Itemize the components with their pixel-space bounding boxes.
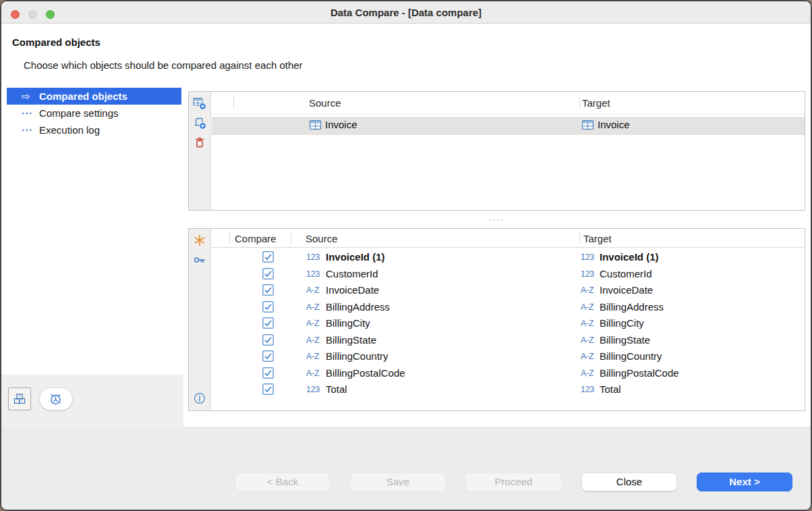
target-column-name: BillingPostalCode: [600, 367, 679, 379]
target-column-name: BillingCountry: [600, 350, 662, 362]
target-type-icon: A-Z: [581, 286, 600, 295]
columns-source-header: Source: [306, 233, 338, 244]
sidebar-item-compare-settings[interactable]: ··· Compare settings: [7, 105, 181, 122]
sidebar-item-execution-log[interactable]: ··· Execution log: [7, 122, 181, 138]
delete-icon[interactable]: [193, 136, 206, 149]
source-column-name: Total: [326, 383, 347, 395]
sidebar-item-compared-objects[interactable]: ⇨ Compared objects: [7, 88, 181, 105]
source-type-icon: A-Z: [306, 335, 325, 345]
target-type-icon: A-Z: [581, 335, 600, 345]
object-row-invoice[interactable]: Invoice Invoice: [212, 117, 805, 135]
column-row: A-Z BillingAddress A-Z BillingAddress: [211, 299, 805, 316]
save-task-button[interactable]: [8, 387, 31, 410]
sidebar-item-label: Execution log: [39, 124, 100, 136]
back-button[interactable]: < Back: [235, 473, 330, 491]
target-type-icon: A-Z: [581, 302, 600, 312]
titlebar[interactable]: Data Compare - [Data compare]: [1, 1, 811, 24]
columns-grid-header: [211, 229, 805, 248]
target-column-name: BillingAddress: [600, 301, 664, 313]
compared-objects-panel: Source Target Invoice Invoice: [188, 91, 805, 211]
source-column-name: InvoiceId (1): [326, 251, 385, 263]
source-type-icon: 123: [306, 269, 325, 279]
target-column-name: CustomerId: [600, 268, 652, 279]
compare-column-header: Compare: [235, 233, 277, 244]
window-title: Data Compare - [Data compare]: [1, 7, 811, 18]
page-subtitle: Choose which objects should be compared …: [24, 59, 303, 71]
source-column-name: BillingAddress: [326, 301, 390, 313]
column-row: 123 CustomerId 123 CustomerId: [211, 266, 805, 283]
column-row: A-Z BillingPostalCode A-Z BillingPostalC…: [211, 365, 805, 382]
scheduler-clock-icon: [49, 392, 63, 406]
schedule-task-button[interactable]: [39, 387, 73, 410]
compare-checkbox[interactable]: [262, 301, 274, 313]
source-type-icon: A-Z: [306, 286, 325, 295]
compare-checkbox[interactable]: [262, 367, 274, 379]
target-column-name: InvoiceDate: [600, 284, 653, 296]
panel-splitter-handle[interactable]: ····: [188, 215, 805, 223]
target-column-name: InvoiceId (1): [600, 251, 659, 263]
compare-checkbox[interactable]: [262, 317, 274, 329]
compare-checkbox[interactable]: [262, 334, 274, 346]
compare-checkbox[interactable]: [262, 350, 274, 362]
target-type-icon: A-Z: [581, 319, 600, 328]
source-column-name: CustomerId: [326, 268, 378, 279]
add-object-icon[interactable]: [193, 116, 206, 130]
target-column-name: BillingState: [600, 334, 650, 346]
target-column-name: BillingCity: [600, 317, 644, 329]
columns-toolbar: [189, 229, 211, 410]
source-column-name: BillingState: [326, 334, 376, 346]
table-icon: [310, 120, 321, 130]
source-type-icon: A-Z: [306, 319, 325, 328]
wizard-steps-sidebar: ⇨ Compared objects ··· Compare settings …: [7, 88, 181, 138]
source-type-icon: 123: [306, 385, 325, 394]
current-step-arrow-icon: ⇨: [22, 90, 39, 103]
source-column-name: InvoiceDate: [326, 284, 379, 296]
task-boxes-icon: [13, 393, 26, 405]
add-table-icon[interactable]: [193, 97, 206, 110]
compare-checkbox[interactable]: [262, 284, 274, 296]
source-column-name: BillingCity: [326, 317, 370, 329]
columns-target-header: Target: [583, 233, 612, 244]
source-object-name: Invoice: [325, 119, 357, 130]
proceed-button[interactable]: Proceed: [465, 473, 562, 491]
column-row: 123 Total 123 Total: [211, 381, 805, 398]
source-type-icon: 123: [306, 252, 325, 262]
page-title: Compared objects: [12, 36, 100, 48]
target-type-icon: A-Z: [581, 352, 600, 361]
target-type-icon: 123: [581, 252, 600, 262]
target-type-icon: 123: [581, 269, 600, 279]
table-icon: [582, 120, 593, 130]
target-object-name: Invoice: [598, 119, 630, 130]
target-type-icon: A-Z: [581, 369, 600, 378]
next-button[interactable]: Next >: [697, 473, 792, 491]
source-column-name: BillingPostalCode: [326, 367, 405, 379]
columns-list: 123 InvoiceId (1) 123 InvoiceId (1) 123 …: [211, 249, 805, 398]
save-button[interactable]: Save: [350, 473, 446, 491]
data-compare-dialog: Data Compare - [Data compare] Compared o…: [0, 0, 812, 511]
step-dots-icon: ···: [22, 108, 39, 119]
objects-source-header: Source: [309, 97, 341, 109]
objects-toolbar: [189, 92, 211, 210]
footer-bar: [1, 427, 811, 510]
source-type-icon: A-Z: [306, 302, 325, 312]
close-button[interactable]: Close: [581, 473, 677, 491]
columns-panel: Compare Source Target 123 InvoiceId (1) …: [188, 228, 805, 411]
objects-target-header: Target: [582, 97, 610, 109]
select-all-icon[interactable]: [193, 234, 206, 247]
target-type-icon: 123: [581, 385, 600, 394]
compare-checkbox[interactable]: [262, 251, 274, 263]
key-columns-icon[interactable]: [193, 253, 206, 267]
source-type-icon: A-Z: [306, 369, 325, 378]
sidebar-item-label: Compare settings: [39, 107, 119, 119]
source-column-name: BillingCountry: [326, 350, 388, 362]
sidebar-item-label: Compared objects: [39, 90, 127, 102]
column-row: A-Z InvoiceDate A-Z InvoiceDate: [211, 282, 805, 299]
compare-checkbox[interactable]: [262, 383, 274, 395]
info-icon[interactable]: [193, 392, 206, 405]
step-dots-icon: ···: [22, 125, 39, 136]
column-row: 123 InvoiceId (1) 123 InvoiceId (1): [211, 249, 805, 266]
target-column-name: Total: [600, 383, 621, 395]
compare-checkbox[interactable]: [262, 268, 274, 279]
source-type-icon: A-Z: [306, 352, 325, 361]
column-row: A-Z BillingCity A-Z BillingCity: [211, 315, 805, 332]
